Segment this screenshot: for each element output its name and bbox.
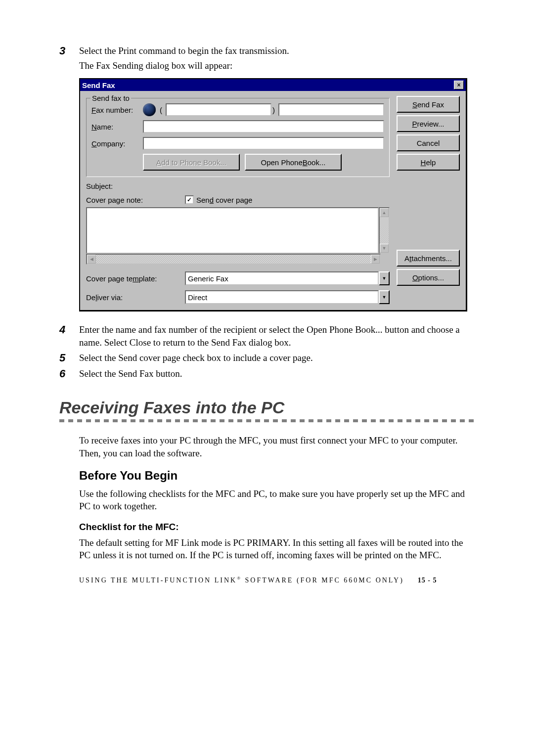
step-text-3: Select the Print command to begin the fa… xyxy=(79,44,475,57)
cover-note-textarea[interactable] xyxy=(86,207,379,254)
step-subtext-3: The Fax Sending dialog box will appear: xyxy=(79,60,475,71)
vertical-scrollbar[interactable]: ▲ ▼ xyxy=(379,207,390,254)
section-title: Receiving Faxes into the PC xyxy=(59,398,475,417)
cover-note-label: Cover page note: xyxy=(86,196,160,204)
cover-template-label: Cover page template: xyxy=(86,274,185,283)
name-input[interactable] xyxy=(143,120,384,133)
subsection-heading: Before You Begin xyxy=(79,469,475,483)
page-footer: USING THE MULTI-FUNCTION LINK® SOFTWARE … xyxy=(79,576,475,584)
send-fax-to-group: Send fax to Fax number: ( ) Name: xyxy=(86,98,390,177)
dialog-titlebar: Send Fax × xyxy=(80,79,466,91)
scroll-up-icon[interactable]: ▲ xyxy=(380,208,389,217)
send-cover-page-label: Send cover page xyxy=(196,196,252,204)
scroll-right-icon[interactable]: ▶ xyxy=(371,255,380,264)
subject-label: Subject: xyxy=(86,182,160,190)
preview-button[interactable]: Preview... xyxy=(397,115,460,132)
deliver-via-label: Deliver via: xyxy=(86,293,185,302)
footer-text-a: USING THE MULTI-FUNCTION LINK xyxy=(79,577,237,584)
cover-template-select[interactable]: Generic Fax ▼ xyxy=(185,271,390,285)
send-cover-page-checkbox[interactable]: ✓ Send cover page xyxy=(185,195,252,204)
options-button[interactable]: Options... xyxy=(397,269,460,286)
chevron-down-icon[interactable]: ▼ xyxy=(379,290,390,304)
step-text-5: Select the Send cover page check box to … xyxy=(79,352,475,364)
step-text-6: Select the Send Fax button. xyxy=(79,367,475,380)
cancel-button[interactable]: Cancel xyxy=(397,134,460,151)
section-intro: To receive faxes into your PC through th… xyxy=(79,434,475,459)
send-fax-dialog: Send Fax × Send fax to Fax number: ( ) xyxy=(79,78,467,311)
registered-icon: ® xyxy=(237,576,242,580)
close-icon[interactable]: × xyxy=(454,81,464,89)
dialog-title: Send Fax xyxy=(82,81,115,89)
footer-text-b: SOFTWARE (FOR MFC 660MC ONLY) xyxy=(242,577,404,584)
company-label: Company: xyxy=(91,139,143,148)
fax-number-input[interactable] xyxy=(278,103,384,116)
help-button[interactable]: Help xyxy=(397,154,460,171)
name-label: Name: xyxy=(91,123,143,131)
step-number-6: 6 xyxy=(59,367,79,380)
globe-icon[interactable] xyxy=(143,103,156,116)
step-number-4: 4 xyxy=(59,323,79,336)
subsection-body: Use the following checklists for the MFC… xyxy=(79,488,475,513)
add-to-phone-book-button: Add to Phone Book... xyxy=(143,154,240,171)
scroll-left-icon[interactable]: ◀ xyxy=(87,255,96,264)
deliver-via-value: Direct xyxy=(185,290,379,304)
scroll-down-icon[interactable]: ▼ xyxy=(380,244,389,253)
step-number-5: 5 xyxy=(59,352,79,364)
group-legend: Send fax to xyxy=(90,94,131,102)
chevron-down-icon[interactable]: ▼ xyxy=(379,271,390,285)
checklist-heading: Checklist for the MFC: xyxy=(79,522,475,533)
deliver-via-select[interactable]: Direct ▼ xyxy=(185,290,390,304)
send-fax-button[interactable]: Send Fax xyxy=(397,96,460,113)
company-input[interactable] xyxy=(143,137,384,150)
checkbox-icon[interactable]: ✓ xyxy=(185,195,194,204)
cover-template-value: Generic Fax xyxy=(185,271,379,285)
checklist-body: The default setting for MF Link mode is … xyxy=(79,536,475,562)
fax-areacode-input[interactable] xyxy=(166,103,271,116)
attachments-button[interactable]: Attachments... xyxy=(397,250,460,267)
step-number-3: 3 xyxy=(59,44,79,57)
horizontal-scrollbar[interactable]: ◀ ▶ xyxy=(86,254,381,265)
section-divider xyxy=(59,419,475,422)
paren-open: ( xyxy=(159,106,166,114)
paren-close: ) xyxy=(271,106,278,114)
open-phone-book-button[interactable]: Open Phone Book... xyxy=(245,154,342,171)
fax-number-label: Fax number: xyxy=(91,106,143,114)
step-text-4: Enter the name and fax number of the rec… xyxy=(79,323,475,349)
page-number: 15 - 5 xyxy=(418,577,437,584)
